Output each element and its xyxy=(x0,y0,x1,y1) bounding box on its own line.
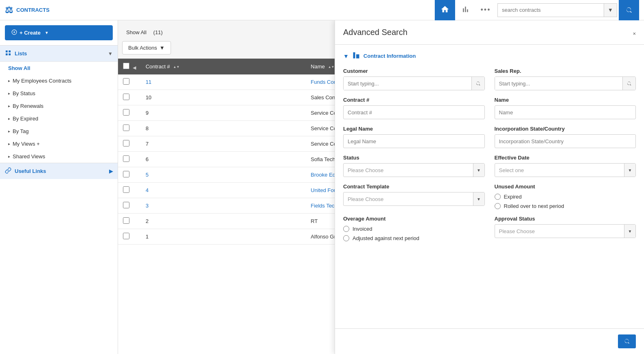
search-submit-btn[interactable] xyxy=(619,0,639,20)
unused-rolled-option[interactable]: Rolled over to next period xyxy=(495,203,636,209)
customer-search-btn[interactable] xyxy=(471,77,484,90)
row-checkbox[interactable] xyxy=(123,94,129,100)
select-all-checkbox[interactable] xyxy=(123,63,129,69)
row-checkbox-cell xyxy=(118,198,141,214)
search-dropdown-btn[interactable]: ▼ xyxy=(604,4,617,17)
sidebar-item-shared-views[interactable]: ▸Shared Views xyxy=(0,150,118,163)
approval-status-select[interactable]: Please Choose xyxy=(495,225,624,238)
create-dropdown-arrow: ▼ xyxy=(45,31,49,35)
chart-icon xyxy=(461,5,469,15)
row-contract-num[interactable]: 3 xyxy=(141,198,306,214)
row-checkbox-cell xyxy=(118,121,141,136)
adv-close-button[interactable]: × xyxy=(633,28,636,37)
approval-status-label: Approval Status xyxy=(495,216,636,222)
unused-expired-option[interactable]: Expired xyxy=(495,194,636,200)
row-checkbox[interactable] xyxy=(123,140,129,146)
sidebar-item-my-views[interactable]: ▸My Views + xyxy=(0,138,118,150)
approval-status-group: Approval Status Please Choose ▼ xyxy=(495,216,636,241)
list-title: Show All (11) xyxy=(126,27,163,36)
row-checkbox[interactable] xyxy=(123,217,129,224)
unused-expired-radio[interactable] xyxy=(495,194,501,200)
sales-rep-label: Sales Rep. xyxy=(495,68,636,74)
contract-num-input[interactable] xyxy=(343,105,485,119)
contract-template-group: Contract Template Please Choose ▼ xyxy=(343,184,485,209)
sidebar-item-by-renewals[interactable]: ▸By Renewals xyxy=(0,100,118,112)
row-checkbox[interactable] xyxy=(123,109,129,116)
adv-search-submit-button[interactable] xyxy=(618,334,636,348)
search-input[interactable] xyxy=(498,4,604,17)
overage-adjusted-radio[interactable] xyxy=(343,235,349,241)
status-dropdown-icon: ▼ xyxy=(473,164,484,177)
chevron-right-icon: ▸ xyxy=(8,91,10,96)
section-chevron-icon[interactable]: ▼ xyxy=(343,53,349,59)
legal-name-label: Legal Name xyxy=(343,126,485,132)
sales-rep-input[interactable] xyxy=(495,77,623,90)
adv-search-form: Customer Sales Rep. xyxy=(343,68,636,241)
row-contract-num[interactable]: 11 xyxy=(141,74,306,90)
customer-input[interactable] xyxy=(344,77,471,90)
name-sort-icon[interactable]: ▲▼ xyxy=(328,65,335,69)
chart-nav-btn[interactable] xyxy=(455,0,475,20)
row-checkbox[interactable] xyxy=(123,202,129,208)
status-select[interactable]: Please Choose xyxy=(344,164,473,177)
more-nav-btn[interactable]: ••• xyxy=(475,0,496,20)
unused-rolled-label: Rolled over to next period xyxy=(504,203,564,209)
sales-rep-search-btn[interactable] xyxy=(622,77,635,90)
overage-adjusted-option[interactable]: Adjusted against next period xyxy=(343,235,485,241)
bulk-actions-arrow-icon: ▼ xyxy=(160,45,165,51)
adv-search-title: Advanced Search xyxy=(343,28,407,37)
chevron-down-icon: ▼ xyxy=(608,7,613,13)
sidebar-item-label: Shared Views xyxy=(13,153,45,160)
row-checkbox[interactable] xyxy=(123,78,129,85)
row-checkbox[interactable] xyxy=(123,155,129,162)
bulk-actions-button[interactable]: Bulk Actions ▼ xyxy=(122,41,171,55)
row-contract-num[interactable]: 5 xyxy=(141,167,306,183)
adv-search-body: ▼ Contract Information Customer xyxy=(335,45,644,328)
unused-rolled-radio[interactable] xyxy=(495,203,501,209)
row-contract-num: 6 xyxy=(141,152,306,167)
row-checkbox[interactable] xyxy=(123,171,129,177)
row-checkbox[interactable] xyxy=(123,186,129,193)
name-input[interactable] xyxy=(495,105,636,119)
status-group: Status Please Choose ▼ xyxy=(343,155,485,177)
effective-date-select[interactable]: Select one xyxy=(495,164,624,177)
effective-date-group: Effective Date Select one ▼ xyxy=(495,155,636,177)
app-logo: ⚖ CONTRACTS xyxy=(5,5,103,15)
create-button[interactable]: + Create ▼ xyxy=(5,25,113,40)
overage-invoiced-option[interactable]: Invoiced xyxy=(343,226,485,232)
sidebar-item-by-status[interactable]: ▸By Status xyxy=(0,87,118,100)
sidebar-nav-list: ▸My Employees Contracts▸By Status▸By Ren… xyxy=(0,74,118,163)
adv-search-submit-icon xyxy=(624,338,630,345)
select-all-col: ◀ xyxy=(118,59,141,74)
unused-amount-label: Unused Amount xyxy=(495,184,636,190)
sidebar-show-all[interactable]: Show All xyxy=(0,62,118,74)
legal-name-input[interactable] xyxy=(343,134,485,148)
sidebar-item-by-tag[interactable]: ▸By Tag xyxy=(0,125,118,138)
row-checkbox[interactable] xyxy=(123,233,129,239)
incorp-group: Incorporation State/Country xyxy=(495,126,636,148)
incorp-input[interactable] xyxy=(495,134,636,148)
adv-search-footer xyxy=(335,328,644,354)
useful-links[interactable]: Useful Links ▶ xyxy=(0,163,118,179)
row-checkbox-cell xyxy=(118,167,141,183)
row-checkbox-cell xyxy=(118,105,141,121)
contract-template-select-group: Please Choose ▼ xyxy=(343,192,485,206)
more-icon: ••• xyxy=(481,6,491,14)
overage-invoiced-radio[interactable] xyxy=(343,226,349,232)
row-checkbox[interactable] xyxy=(123,125,129,131)
row-contract-num[interactable]: 4 xyxy=(141,183,306,198)
section-title: Contract Information xyxy=(364,53,416,59)
lists-header[interactable]: Lists ▼ xyxy=(0,45,118,62)
customer-label: Customer xyxy=(343,68,485,74)
contract-num-sort-icon[interactable]: ▲▼ xyxy=(173,65,180,69)
sidebar-item-my-employees[interactable]: ▸My Employees Contracts xyxy=(0,74,118,87)
row-checkbox-cell xyxy=(118,136,141,152)
home-nav-btn[interactable] xyxy=(435,0,455,20)
approval-status-select-group: Please Choose ▼ xyxy=(495,224,636,238)
row-checkbox-cell xyxy=(118,214,141,229)
sidebar-item-by-expired[interactable]: ▸By Expired xyxy=(0,112,118,125)
lists-label: Lists xyxy=(15,50,27,57)
chevron-right-icon: ▸ xyxy=(8,154,10,159)
sidebar: + Create ▼ Lists ▼ Show All ▸My Employee… xyxy=(0,20,118,354)
contract-template-select[interactable]: Please Choose xyxy=(344,192,473,205)
